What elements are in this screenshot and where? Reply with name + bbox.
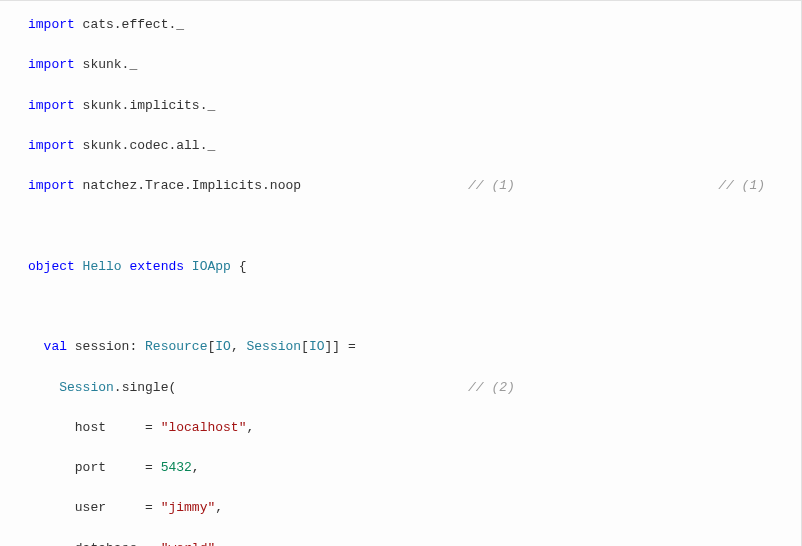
code-line [28, 297, 781, 317]
code-line: import skunk.codec.all._ [28, 136, 781, 156]
code-line: import cats.effect._ [28, 15, 781, 35]
code-pre: import cats.effect._ import skunk._ impo… [28, 15, 781, 546]
comment-annotation: // (1) [718, 176, 765, 196]
code-line: Session.single(// (2) [28, 378, 781, 398]
code-line: user = "jimmy", [28, 498, 781, 518]
code-line: port = 5432, [28, 458, 781, 478]
code-line: host = "localhost", [28, 418, 781, 438]
code-line: import skunk._ [28, 55, 781, 75]
code-line: val session: Resource[IO, Session[IO]] = [28, 337, 781, 357]
code-line: import skunk.implicits._ [28, 96, 781, 116]
code-line: import natchez.Trace.Implicits.noop// (1… [28, 176, 781, 196]
comment-annotation: // (2) [468, 378, 515, 398]
code-line: database = "world", [28, 539, 781, 546]
comment-annotation: // (1) [468, 176, 515, 196]
code-block: import cats.effect._ import skunk._ impo… [0, 0, 802, 546]
code-line [28, 216, 781, 236]
code-line: object Hello extends IOApp { [28, 257, 781, 277]
